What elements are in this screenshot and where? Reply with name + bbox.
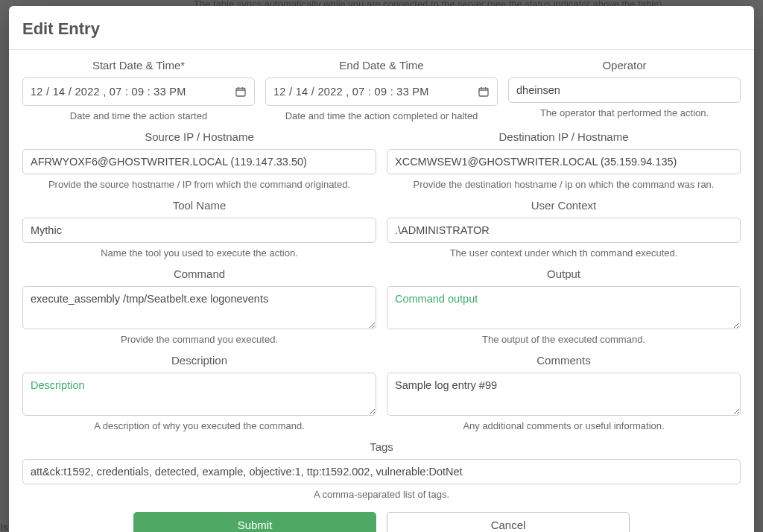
output-textarea[interactable] [387, 286, 741, 329]
source-label: Source IP / Hostname [22, 130, 376, 143]
output-label: Output [387, 267, 741, 280]
end-date-help: Date and time the action completed or ha… [265, 110, 498, 121]
tags-label: Tags [22, 440, 741, 453]
dest-input[interactable] [387, 149, 741, 174]
submit-button[interactable]: Submit [133, 512, 376, 532]
svg-rect-0 [236, 88, 245, 96]
tool-help: Name the tool you used to execute the ac… [22, 247, 376, 259]
end-date-input[interactable]: 12 / 14 / 2022 , 07 : 09 : 33 PM [265, 77, 498, 106]
user-context-label: User Context [387, 199, 741, 212]
start-date-input[interactable]: 12 / 14 / 2022 , 07 : 09 : 33 PM [22, 77, 255, 106]
start-date-label: Start Date & Time* [22, 59, 255, 72]
svg-rect-1 [479, 88, 488, 96]
edit-entry-modal: Edit Entry Start Date & Time* 12 / 14 / … [9, 6, 754, 532]
form-body: Start Date & Time* 12 / 14 / 2022 , 07 :… [9, 50, 754, 500]
description-label: Description [22, 354, 376, 367]
calendar-icon [478, 86, 490, 98]
end-date-value: 12 / 14 / 2022 , 07 : 09 : 33 PM [273, 86, 429, 98]
cancel-button[interactable]: Cancel [387, 512, 630, 532]
user-context-help: The user context under which th command … [387, 247, 741, 259]
command-label: Command [22, 267, 376, 280]
start-date-help: Date and time the action started [22, 110, 255, 121]
operator-help: The operator that performed the action. [508, 107, 741, 118]
comments-help: Any additional comments or useful inform… [387, 420, 741, 431]
operator-input[interactable] [508, 77, 741, 103]
command-help: Provide the command you executed. [22, 334, 376, 345]
tags-help: A comma-separated list of tags. [22, 489, 741, 500]
tool-input[interactable] [22, 218, 376, 243]
modal-title: Edit Entry [9, 19, 754, 49]
operator-label: Operator [508, 59, 741, 72]
comments-label: Comments [387, 354, 741, 367]
end-date-label: End Date & Time [265, 59, 498, 72]
description-help: A description of why you executed the co… [22, 420, 376, 431]
dest-help: Provide the destination hostname / ip on… [387, 179, 741, 190]
source-help: Provide the source hostname / IP from wh… [22, 179, 376, 190]
description-textarea[interactable] [22, 373, 376, 416]
user-context-input[interactable] [387, 218, 741, 243]
calendar-icon [235, 86, 247, 98]
tags-input[interactable] [22, 459, 741, 484]
source-input[interactable] [22, 149, 376, 174]
command-textarea[interactable] [22, 286, 376, 329]
start-date-value: 12 / 14 / 2022 , 07 : 09 : 33 PM [31, 86, 186, 98]
tool-label: Tool Name [22, 199, 376, 212]
output-help: The output of the executed command. [387, 334, 741, 345]
button-row: Submit Cancel [9, 503, 754, 532]
comments-textarea[interactable] [387, 373, 741, 416]
dest-label: Destination IP / Hostname [387, 130, 741, 143]
